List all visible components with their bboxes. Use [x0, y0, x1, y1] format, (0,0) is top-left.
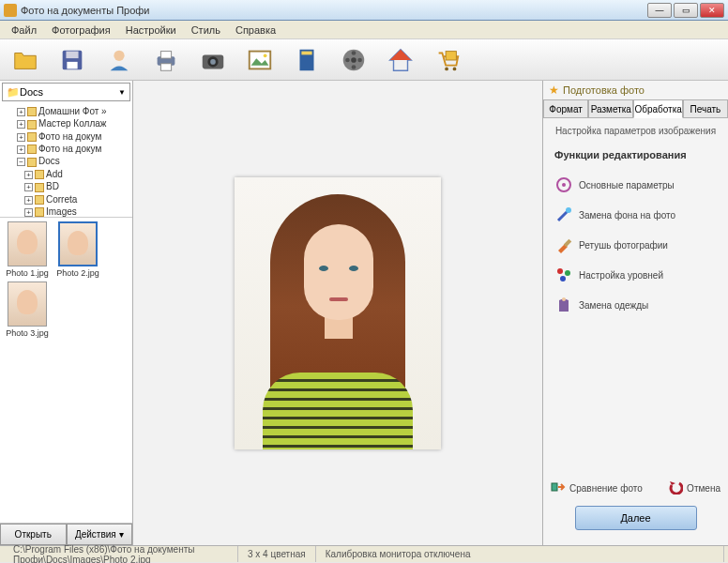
menu-2[interactable]: Настройки	[118, 23, 184, 38]
tab-subtitle: Настройка параметров изображения	[543, 118, 728, 144]
thumbnail[interactable]: Photo 2.jpg	[54, 221, 101, 278]
thumbnail-list: Photo 1.jpgPhoto 2.jpgPhoto 3.jpg	[0, 218, 132, 523]
right-panel-header: ★ Подготовка фото	[543, 81, 728, 99]
svg-point-28	[560, 276, 566, 282]
clothes-icon	[554, 296, 573, 314]
svg-point-9	[210, 59, 216, 65]
book-icon[interactable]	[291, 44, 323, 76]
tree-node[interactable]: +Фото на докум	[2, 130, 130, 143]
right-panel-title: Подготовка фото	[563, 84, 645, 96]
svg-point-26	[557, 268, 563, 274]
window-title: Фото на документы Профи	[21, 5, 647, 16]
next-button[interactable]: Далее	[575, 506, 697, 530]
tree-node[interactable]: +BD	[2, 180, 130, 192]
printer-icon[interactable]	[150, 44, 182, 76]
compare-icon	[551, 479, 566, 496]
tree-node[interactable]: +Correta	[2, 193, 130, 205]
levels-icon	[554, 266, 573, 284]
tab-2[interactable]: Обработка	[633, 99, 682, 118]
svg-rect-21	[446, 51, 456, 59]
chevron-down-icon: ▼	[118, 88, 126, 97]
svg-rect-6	[160, 63, 171, 70]
svg-rect-12	[301, 51, 311, 54]
menu-1[interactable]: Фотография	[44, 23, 118, 38]
folder-combo-label: Docs	[20, 86, 43, 98]
status-size: 3 x 4 цветная	[238, 546, 316, 562]
reel-icon[interactable]	[338, 44, 370, 76]
photo-canvas	[133, 81, 542, 545]
menu-bar: ФайлФотографияНастройкиСтильСправка	[0, 21, 728, 39]
svg-rect-30	[552, 483, 557, 491]
home-icon[interactable]	[385, 44, 417, 76]
tree-node[interactable]: +Add	[2, 168, 130, 180]
right-panel: ★ Подготовка фото ФорматРазметкаОбработк…	[542, 81, 728, 545]
gear-icon	[554, 175, 573, 194]
function-item[interactable]: Настройка уровней	[551, 260, 720, 290]
tree-node[interactable]: −Docs	[2, 155, 130, 167]
function-item[interactable]: Ретушь фотографии	[551, 230, 720, 260]
svg-rect-2	[67, 61, 77, 68]
magic-icon	[554, 205, 573, 224]
toolbar	[0, 39, 728, 81]
close-button[interactable]: ✕	[700, 3, 724, 18]
tab-0[interactable]: Формат	[543, 99, 588, 118]
svg-point-17	[352, 65, 356, 69]
function-list: Основные параметрыЗамена фона на фотоРет…	[543, 166, 728, 324]
svg-point-15	[352, 51, 356, 55]
svg-rect-5	[160, 51, 171, 58]
compare-button[interactable]: Сравнение фото	[551, 479, 643, 496]
minimize-button[interactable]: —	[647, 3, 672, 18]
functions-title: Функции редактирования	[543, 144, 728, 166]
status-monitor: Калибровка монитора отключена	[316, 546, 724, 562]
camera-icon[interactable]	[197, 44, 229, 76]
folder-tree[interactable]: +Домашни Фот »+Мастер Коллаж+Фото на док…	[0, 103, 132, 218]
menu-0[interactable]: Файл	[4, 23, 44, 38]
tree-node[interactable]: +Фото на докум	[2, 143, 130, 155]
undo-button[interactable]: Отмена	[668, 479, 720, 496]
svg-point-18	[345, 57, 350, 62]
svg-rect-1	[66, 51, 78, 58]
menu-4[interactable]: Справка	[228, 23, 283, 38]
maximize-button[interactable]: ▭	[674, 3, 698, 18]
open-button[interactable]: Открыть	[0, 524, 67, 545]
title-bar: Фото на документы Профи — ▭ ✕	[0, 0, 728, 21]
save-icon[interactable]	[56, 44, 88, 76]
left-panel: 📁 Docs ▼ +Домашни Фот »+Мастер Коллаж+Фо…	[0, 81, 133, 545]
function-item[interactable]: Замена одежды	[551, 290, 720, 320]
right-tabs: ФорматРазметкаОбработкаПечать	[543, 99, 728, 118]
svg-rect-10	[250, 51, 271, 68]
folder-combo[interactable]: 📁 Docs ▼	[2, 83, 130, 101]
tree-node[interactable]: +Домашни Фот »	[2, 105, 130, 117]
svg-point-23	[562, 183, 566, 187]
actions-button[interactable]: Действия ▾	[67, 524, 133, 545]
menu-3[interactable]: Стиль	[184, 23, 228, 38]
function-item[interactable]: Основные параметры	[551, 170, 720, 200]
thumbnail[interactable]: Photo 1.jpg	[4, 221, 51, 278]
svg-point-29	[562, 297, 566, 301]
svg-point-11	[264, 53, 267, 57]
svg-point-19	[445, 67, 448, 70]
undo-icon	[668, 479, 683, 496]
svg-point-24	[566, 207, 571, 213]
svg-point-14	[351, 57, 356, 63]
tab-3[interactable]: Печать	[683, 99, 728, 118]
star-icon: ★	[549, 84, 559, 97]
cart-icon[interactable]	[432, 44, 463, 76]
brush-icon	[554, 236, 573, 254]
tab-1[interactable]: Разметка	[588, 99, 633, 118]
status-path: C:\Program Files (x86)\Фото на документы…	[4, 546, 238, 562]
svg-point-20	[453, 67, 457, 70]
photo-preview[interactable]	[235, 177, 441, 449]
person-icon[interactable]	[103, 44, 135, 76]
status-bar: C:\Program Files (x86)\Фото на документы…	[0, 545, 728, 562]
svg-point-16	[357, 57, 362, 62]
thumbnail[interactable]: Photo 3.jpg	[4, 282, 51, 338]
app-icon	[4, 4, 17, 17]
picture-icon[interactable]	[244, 44, 276, 76]
svg-point-27	[565, 270, 570, 276]
tree-node[interactable]: +Мастер Коллаж	[2, 117, 130, 129]
svg-point-3	[114, 50, 124, 60]
tree-node[interactable]: +Images	[2, 205, 130, 218]
folder-icon[interactable]	[9, 44, 41, 76]
function-item[interactable]: Замена фона на фото	[551, 200, 720, 230]
